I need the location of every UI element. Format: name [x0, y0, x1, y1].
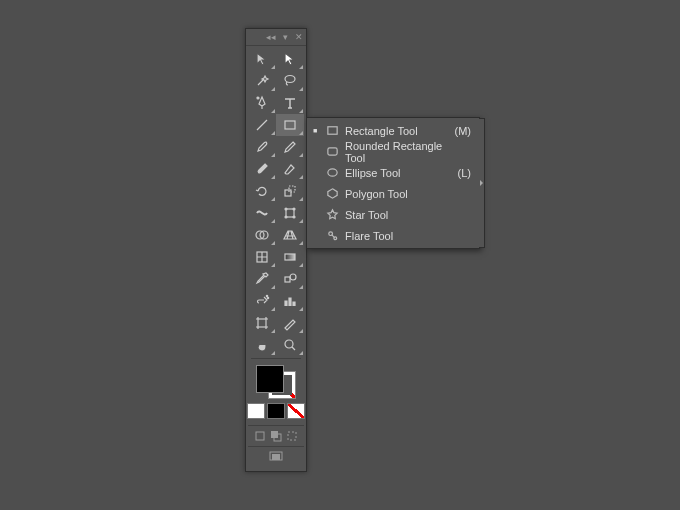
svg-rect-5 [286, 209, 294, 217]
magic-wand-tool[interactable] [248, 70, 276, 92]
svg-rect-14 [285, 277, 290, 282]
width-tool[interactable] [248, 202, 276, 224]
type-tool[interactable] [276, 92, 304, 114]
svg-point-0 [285, 76, 295, 83]
svg-rect-3 [285, 190, 291, 196]
color-mode-row [247, 403, 305, 419]
flyout-shortcut: (L) [458, 167, 471, 179]
svg-point-15 [290, 274, 296, 280]
tool-grid [246, 46, 306, 471]
color-mode-gradient[interactable] [267, 403, 285, 419]
symbol-sprayer-tool[interactable] [248, 290, 276, 312]
flyout-item-rounded-rectangle[interactable]: Rounded Rectangle Tool [307, 141, 479, 162]
slice-tool[interactable] [276, 312, 304, 334]
svg-rect-13 [285, 254, 295, 260]
svg-point-17 [267, 297, 268, 298]
polygon-icon [325, 187, 339, 201]
paintbrush-tool[interactable] [248, 136, 276, 158]
star-icon [325, 208, 339, 222]
blob-brush-tool[interactable] [248, 158, 276, 180]
mesh-tool[interactable] [248, 246, 276, 268]
svg-rect-25 [272, 454, 280, 460]
flyout-label: Ellipse Tool [345, 167, 452, 179]
flyout-label: Polygon Tool [345, 188, 465, 200]
eyedropper-tool[interactable] [248, 268, 276, 290]
scale-tool[interactable] [276, 180, 304, 202]
shape-tool-flyout: ■ Rectangle Tool (M) Rounded Rectangle T… [306, 117, 480, 249]
hand-tool[interactable] [248, 334, 276, 356]
svg-point-1 [257, 97, 259, 99]
flyout-label: Rounded Rectangle Tool [345, 140, 465, 164]
column-graph-tool[interactable] [276, 290, 304, 312]
draw-normal-icon[interactable] [253, 429, 267, 443]
fill-stroke-swatch[interactable] [256, 365, 296, 399]
svg-rect-20 [256, 432, 264, 440]
color-mode-none[interactable] [287, 403, 305, 419]
svg-point-19 [285, 340, 293, 348]
rectangle-tool[interactable] [276, 114, 304, 136]
flyout-item-star[interactable]: Star Tool [307, 204, 479, 225]
svg-point-6 [285, 208, 287, 210]
shape-builder-tool[interactable] [248, 224, 276, 246]
fill-swatch[interactable] [256, 365, 284, 393]
pencil-tool[interactable] [276, 136, 304, 158]
svg-rect-18 [258, 319, 266, 327]
gradient-tool[interactable] [276, 246, 304, 268]
flyout-label: Rectangle Tool [345, 125, 449, 137]
svg-point-16 [266, 295, 267, 296]
svg-rect-4 [289, 186, 295, 192]
panel-header: ◂◂ ▾ ✕ [246, 29, 306, 46]
selection-tool[interactable] [248, 48, 276, 70]
artboard-tool[interactable] [248, 312, 276, 334]
flyout-label: Star Tool [345, 209, 465, 221]
check-icon: ■ [311, 127, 319, 134]
blend-tool[interactable] [276, 268, 304, 290]
svg-point-8 [285, 216, 287, 218]
draw-inside-icon[interactable] [285, 429, 299, 443]
flyout-shortcut: (M) [455, 125, 472, 137]
color-mode-color[interactable] [247, 403, 265, 419]
draw-mode-row [248, 425, 304, 446]
screen-mode-row [248, 446, 304, 469]
tools-panel: ◂◂ ▾ ✕ [245, 28, 307, 472]
flare-icon [325, 229, 339, 243]
free-transform-tool[interactable] [276, 202, 304, 224]
svg-rect-2 [285, 121, 295, 129]
eraser-tool[interactable] [276, 158, 304, 180]
rotate-tool[interactable] [248, 180, 276, 202]
lasso-tool[interactable] [276, 70, 304, 92]
ellipse-icon [325, 166, 339, 180]
rounded-rectangle-icon [325, 145, 339, 159]
screen-mode-button[interactable] [268, 451, 284, 465]
zoom-tool[interactable] [276, 334, 304, 356]
perspective-grid-tool[interactable] [276, 224, 304, 246]
flyout-item-polygon[interactable]: Polygon Tool [307, 183, 479, 204]
svg-rect-27 [327, 148, 336, 155]
flyout-item-flare[interactable]: Flare Tool [307, 225, 479, 246]
flyout-item-ellipse[interactable]: Ellipse Tool (L) [307, 162, 479, 183]
svg-point-9 [293, 216, 295, 218]
flyout-label: Flare Tool [345, 230, 465, 242]
svg-point-28 [327, 169, 336, 176]
svg-rect-23 [288, 432, 296, 440]
pen-tool[interactable] [248, 92, 276, 114]
rectangle-icon [325, 124, 339, 138]
flyout-item-rectangle[interactable]: ■ Rectangle Tool (M) [307, 120, 479, 141]
divider [251, 358, 301, 359]
close-button[interactable]: ✕ [294, 32, 304, 42]
draw-behind-icon[interactable] [269, 429, 283, 443]
svg-rect-26 [327, 127, 336, 134]
flyout-tearoff-handle[interactable] [479, 118, 485, 248]
panel-menu-button[interactable]: ▾ [280, 32, 290, 42]
line-segment-tool[interactable] [248, 114, 276, 136]
direct-selection-tool[interactable] [276, 48, 304, 70]
collapse-button[interactable]: ◂◂ [266, 32, 276, 42]
svg-point-7 [293, 208, 295, 210]
color-swatch-area [248, 361, 304, 425]
